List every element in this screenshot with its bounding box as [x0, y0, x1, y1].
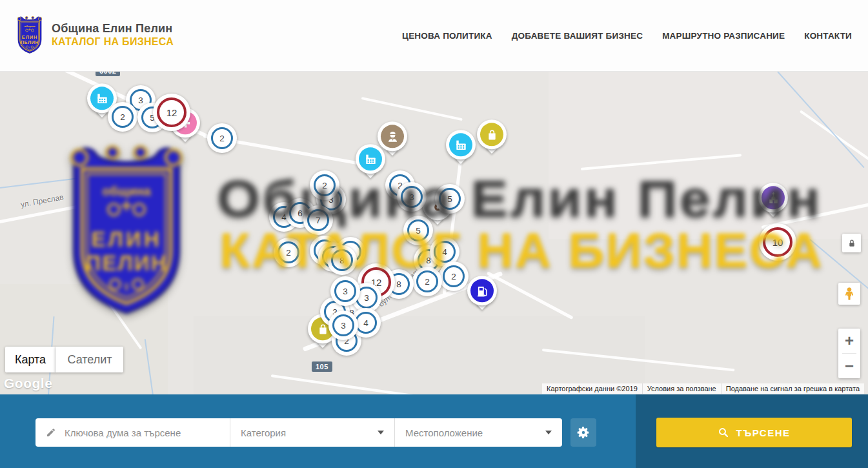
shopping-bag-icon [480, 123, 503, 146]
search-submit-button[interactable]: ТЪРСЕНЕ [656, 418, 852, 447]
main-nav: ЦЕНОВА ПОЛИТИКА ДОБАВЕТЕ ВАШИЯТ БИЗНЕС М… [402, 0, 852, 71]
map-pin-fuel-pump[interactable] [467, 276, 497, 305]
road-number-label: 105 [312, 361, 332, 372]
map-road [361, 97, 463, 121]
svg-text:ПЕЛИН: ПЕЛИН [21, 39, 39, 45]
map-cluster-marker[interactable]: 2 [108, 102, 137, 132]
attribution-report-error-link[interactable]: Подаване на сигнал за грешка в картата [721, 383, 864, 394]
factory-icon [449, 133, 472, 156]
map-type-map-button[interactable]: Карта [5, 347, 56, 372]
chevron-down-icon [378, 431, 384, 434]
location-dropdown[interactable]: Местоположение [395, 418, 562, 447]
pencil-icon [46, 427, 56, 438]
map-pin-factory[interactable] [446, 130, 476, 159]
zoom-in-button[interactable]: + [838, 329, 860, 353]
watermark-title: Община Елин Пелин [217, 173, 822, 225]
map-cluster-marker[interactable]: 12 [153, 94, 190, 131]
svg-text:ЕЛИН: ЕЛИН [22, 34, 37, 40]
search-fields: Категория Местоположение [35, 418, 562, 447]
svg-text:ПЕЛИН: ПЕЛИН [85, 251, 168, 275]
advanced-settings-button[interactable] [570, 418, 596, 447]
cluster-count: 2 [207, 123, 237, 153]
category-dropdown[interactable]: Категория [230, 418, 395, 447]
gear-icon [576, 425, 590, 440]
location-dropdown-label: Местоположение [405, 427, 483, 438]
watermark-crest: община ЕЛИН ПЕЛИН [57, 139, 196, 320]
map-cluster-marker[interactable]: 2 [207, 123, 237, 153]
zoom-out-button[interactable]: − [838, 354, 860, 378]
map-canvas[interactable]: ул. Преславбул. „Новосел 6002105 3251223… [0, 71, 868, 394]
google-logo[interactable]: Google [4, 376, 52, 391]
keyword-field [35, 418, 230, 447]
factory-icon [359, 147, 382, 170]
category-dropdown-label: Категория [241, 427, 286, 438]
site-subtitle: КАТАЛОГ НА БИЗНЕСА [52, 36, 174, 48]
site-logo[interactable]: община ЕЛИН ПЕЛИН Община Елин Пелин КАТА… [14, 12, 174, 58]
nav-add-your-business[interactable]: ДОБАВЕТЕ ВАШИЯТ БИЗНЕС [512, 31, 643, 41]
road-number-label: 6002 [96, 71, 120, 76]
search-icon [718, 427, 729, 438]
municipality-crest-icon: община ЕЛИН ПЕЛИН [14, 12, 45, 58]
lock-icon [847, 238, 857, 249]
cluster-count: 12 [153, 94, 190, 131]
attribution-copyright: Картографски данни ©2019 [542, 383, 642, 394]
watermark-subtitle: КАТАЛОГ НА БИЗНЕСА [219, 226, 823, 275]
map-terrain-patch [194, 316, 645, 394]
map-type-satellite-button[interactable]: Сателит [56, 347, 123, 372]
map-attribution: Картографски данни ©2019 Условия за полз… [542, 383, 864, 394]
nav-contacts[interactable]: КОНТАКТИ [804, 31, 852, 41]
attribution-terms-link[interactable]: Условия за ползване [642, 383, 721, 394]
map-cluster-marker[interactable]: 3 [328, 310, 358, 340]
map-pin-shopping-bag[interactable] [477, 119, 507, 149]
search-bar: Категория Местоположение ТЪРСЕНЕ [0, 394, 868, 468]
zoom-control: + − [838, 329, 860, 378]
site-title: Община Елин Пелин [52, 21, 174, 36]
map-road [487, 271, 574, 320]
map-type-control: Карта Сателит [5, 347, 123, 372]
cluster-count: 2 [108, 102, 137, 132]
svg-text:община: община [25, 25, 35, 28]
svg-text:ЕЛИН: ЕЛИН [91, 227, 161, 251]
cluster-count: 3 [328, 310, 358, 340]
chevron-down-icon [545, 431, 552, 434]
search-button-label: ТЪРСЕНЕ [736, 427, 790, 438]
map-cluster-marker[interactable]: 3 [330, 276, 360, 306]
street-view-pegman[interactable] [838, 283, 860, 305]
site-header: община ЕЛИН ПЕЛИН Община Елин Пелин КАТА… [0, 0, 868, 72]
pegman-icon [842, 287, 856, 301]
nav-route-schedule[interactable]: МАРШРУТНО РАЗПИСАНИЕ [662, 31, 785, 41]
fuel-pump-icon [470, 279, 494, 302]
cluster-count: 3 [330, 276, 360, 306]
nav-pricing-policy[interactable]: ЦЕНОВА ПОЛИТИКА [402, 31, 492, 41]
keyword-search-input[interactable] [63, 427, 230, 439]
svg-text:община: община [102, 184, 152, 198]
map-lock-control[interactable] [842, 234, 861, 252]
